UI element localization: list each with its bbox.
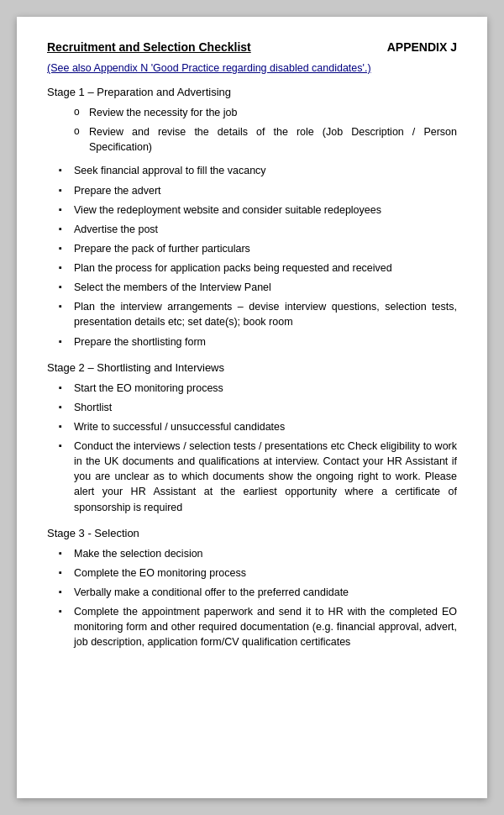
list-item: Plan the process for application packs b… [59, 260, 457, 276]
stage1-square-list: Seek financial approval to fill the vaca… [47, 163, 457, 349]
document-title: Recruitment and Selection Checklist [47, 40, 251, 54]
list-item: Write to successful / unsuccessful candi… [59, 419, 457, 434]
list-item: Review and revise the details of the rol… [74, 124, 457, 155]
list-item: Start the EO monitoring process [59, 381, 457, 396]
header-row: Recruitment and Selection Checklist APPE… [47, 40, 457, 54]
list-item: Advertise the post [59, 222, 457, 237]
stage3-square-list: Make the selection decision Complete the… [47, 546, 457, 650]
list-item: Shortlist [59, 400, 457, 415]
stage2-square-list: Start the EO monitoring process Shortlis… [47, 381, 457, 515]
list-item: Make the selection decision [59, 546, 457, 561]
list-item: Prepare the advert [59, 183, 457, 198]
stage2-heading: Stage 2 – Shortlisting and Interviews [47, 361, 457, 374]
stage1-circle-list: Review the necessity for the job Review … [47, 105, 457, 155]
list-item: Verbally make a conditional offer to the… [59, 585, 457, 600]
list-item: Complete the EO monitoring process [59, 565, 457, 581]
appendix-label: APPENDIX J [387, 40, 457, 54]
stage3-heading: Stage 3 - Selection [47, 527, 457, 539]
list-item: Prepare the shortlisting form [59, 334, 457, 350]
document-page: Recruitment and Selection Checklist APPE… [17, 17, 487, 798]
list-item: View the redeployment website and consid… [59, 202, 457, 218]
list-item: Prepare the pack of further particulars [59, 241, 457, 256]
list-item: Conduct the interviews / selection tests… [59, 439, 457, 515]
list-item: Plan the interview arrangements – devise… [59, 299, 457, 329]
list-item: Seek financial approval to fill the vaca… [59, 163, 457, 178]
list-item: Select the members of the Interview Pane… [59, 280, 457, 295]
list-item: Complete the appointment paperwork and s… [59, 604, 457, 649]
list-item: Review the necessity for the job [74, 105, 457, 120]
see-also-note: (See also Appendix N 'Good Practice rega… [47, 62, 457, 74]
stage1-heading: Stage 1 – Preparation and Advertising [47, 86, 457, 98]
